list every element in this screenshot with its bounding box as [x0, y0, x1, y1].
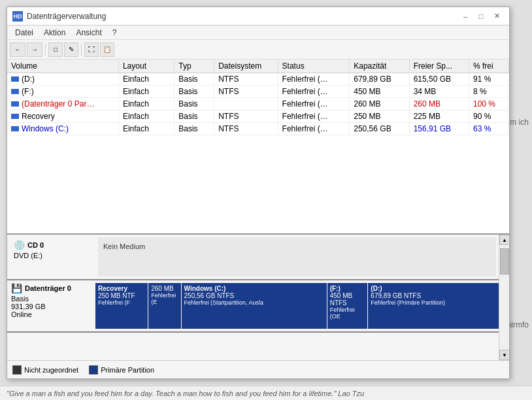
cell-kapazitaet-2: 260 MB [350, 98, 409, 110]
volume-name-3: Recovery [22, 112, 55, 121]
partition-4[interactable]: (D:) 679,89 GB NTFS Fehlerfrei (Primäre … [368, 283, 501, 329]
partitions-container: Recovery 250 MB NTF Fehlerfrei (F 260 MB… [95, 280, 499, 331]
legend-primary: Primäre Partition [89, 365, 154, 375]
cell-prozent-3: 90 % [469, 110, 509, 123]
cell-volume-0: (D:) [7, 73, 118, 86]
scroll-down-button[interactable]: ▼ [499, 350, 509, 360]
cell-dateisystem-0: NTFS [214, 73, 278, 86]
partition-3[interactable]: (F:) 450 MB NTFS Fehlerfrei (OE [327, 283, 368, 329]
col-typ[interactable]: Typ [175, 59, 214, 73]
cd-type: DVD (E:) [14, 252, 94, 259]
menu-datei[interactable]: Datei [10, 27, 39, 39]
cd-content: Kein Medium [98, 237, 496, 276]
cell-layout-1: Einfach [118, 86, 174, 98]
toolbar-separator-2 [81, 44, 82, 56]
cell-volume-2: (Datenträger 0 Par… [7, 98, 118, 110]
cell-status-0: Fehlerfrei (… [278, 73, 350, 86]
partition-size-4: 679,89 GB NTFS [371, 292, 499, 299]
legend-box-unassigned [12, 365, 22, 375]
cell-layout-3: Einfach [118, 110, 174, 123]
toolbar-btn-4[interactable]: ✎ [64, 42, 78, 57]
cd-label: 💿 CD 0 DVD (E:) [10, 237, 98, 276]
menu-help[interactable]: ? [107, 27, 122, 39]
cell-status-4: Fehlerfrei (… [278, 123, 350, 135]
partition-status-4: Fehlerfrei (Primäre Partition) [371, 299, 499, 306]
cell-layout-2: Einfach [118, 98, 174, 110]
maximize-button[interactable]: □ [474, 10, 488, 23]
partition-name-3: (F:) [330, 285, 365, 292]
cell-kapazitaet-4: 250,56 GB [350, 123, 409, 135]
disk-scroll-container[interactable]: 💿 CD 0 DVD (E:) Kein Medium [7, 235, 509, 378]
col-kapazitaet[interactable]: Kapazität [350, 59, 409, 73]
toolbar-btn-3[interactable]: □ [48, 42, 63, 57]
table-row[interactable]: (Datenträger 0 Par… Einfach Basis Fehler… [7, 98, 509, 110]
volume-icon-2 [11, 101, 19, 107]
cell-layout-4: Einfach [118, 123, 174, 135]
partition-status-0: Fehlerfrei (F [98, 299, 145, 306]
partition-2[interactable]: Windows (C:) 250,56 GB NTFS Fehlerfrei (… [182, 283, 327, 329]
toolbar-btn-6[interactable]: 📋 [100, 42, 114, 57]
datentraeger-title: 💾 Datenträger 0 [11, 283, 91, 293]
cell-typ-4: Basis [175, 123, 214, 135]
cell-typ-0: Basis [175, 73, 214, 86]
cd-section: 💿 CD 0 DVD (E:) Kein Medium [7, 235, 499, 280]
scroll-track[interactable] [499, 245, 509, 350]
cell-kapazitaet-1: 450 MB [350, 86, 409, 98]
cell-dateisystem-1: NTFS [214, 86, 278, 98]
partition-status-2: Fehlerfrei (Startpartition, Ausla [184, 299, 324, 306]
col-layout[interactable]: Layout [118, 59, 174, 73]
status-text: "Give a man a fish and you feed him for … [7, 390, 364, 397]
scroll-thumb[interactable] [500, 248, 509, 275]
toolbar: ← → □ ✎ ⛶ 📋 [7, 40, 509, 59]
volume-name-4: Windows (C:) [22, 124, 69, 133]
table-row[interactable]: Recovery Einfach Basis NTFS Fehlerfrei (… [7, 110, 509, 123]
table-row[interactable]: (D:) Einfach Basis NTFS Fehlerfrei (… 67… [7, 73, 509, 86]
menu-ansicht[interactable]: Ansicht [71, 27, 107, 39]
menu-bar: Datei Aktion Ansicht ? [7, 25, 509, 40]
cell-status-1: Fehlerfrei (… [278, 86, 350, 98]
forward-button[interactable]: → [27, 42, 42, 57]
disk-area: 💿 CD 0 DVD (E:) Kein Medium [7, 235, 509, 378]
cell-volume-4: Windows (C:) [7, 123, 118, 135]
minimize-button[interactable]: – [458, 10, 473, 23]
volume-table: Volume Layout Typ Dateisystem Status Kap… [7, 59, 509, 135]
cell-status-3: Fehlerfrei (… [278, 110, 350, 123]
partition-name-4: (D:) [371, 285, 499, 292]
col-freier-sp[interactable]: Freier Sp... [409, 59, 469, 73]
cell-typ-3: Basis [175, 110, 214, 123]
col-prozent[interactable]: % frei [469, 59, 509, 73]
datentraeger-icon: 💾 [11, 283, 22, 293]
scroll-up-button[interactable]: ▲ [499, 235, 509, 245]
col-dateisystem[interactable]: Dateisystem [214, 59, 278, 73]
cell-prozent-2: 100 % [469, 98, 509, 110]
toolbar-btn-5[interactable]: ⛶ [84, 42, 99, 57]
kein-medium-text: Kein Medium [101, 240, 148, 253]
table-row[interactable]: Windows (C:) Einfach Basis NTFS Fehlerfr… [7, 123, 509, 135]
cell-typ-1: Basis [175, 86, 214, 98]
col-status[interactable]: Status [278, 59, 350, 73]
datentraeger-section: 💾 Datenträger 0 Basis 931,39 GB Online R… [7, 280, 499, 333]
cd-icon: 💿 [14, 240, 25, 250]
partition-status-1: Fehlerfrei (E [151, 292, 178, 305]
partition-size-3: 450 MB NTFS [330, 292, 365, 307]
col-volume[interactable]: Volume [7, 59, 118, 73]
cell-prozent-1: 8 % [469, 86, 509, 98]
cell-prozent-4: 63 % [469, 123, 509, 135]
close-button[interactable]: ✕ [490, 10, 504, 23]
menu-aktion[interactable]: Aktion [39, 27, 71, 39]
datentraeger-name: Datenträger 0 [25, 284, 71, 292]
cell-freier-sp-2: 260 MB [409, 98, 469, 110]
table-row[interactable]: (F:) Einfach Basis NTFS Fehlerfrei (… 45… [7, 86, 509, 98]
cell-dateisystem-4: NTFS [214, 123, 278, 135]
partition-0[interactable]: Recovery 250 MB NTF Fehlerfrei (F [95, 283, 148, 329]
cell-prozent-0: 91 % [469, 73, 509, 86]
cell-status-2: Fehlerfrei (… [278, 98, 350, 110]
main-window: HD Datenträgerverwaltung – □ ✕ Datei Akt… [7, 7, 510, 379]
back-button[interactable]: ← [10, 42, 25, 57]
partition-1[interactable]: 260 MB Fehlerfrei (E [148, 283, 180, 329]
volume-name-0: (D:) [22, 75, 35, 84]
window-controls: – □ ✕ [458, 10, 504, 23]
table-header-row: Volume Layout Typ Dateisystem Status Kap… [7, 59, 509, 73]
cell-layout-0: Einfach [118, 73, 174, 86]
legend-label-unassigned: Nicht zugeordnet [24, 366, 78, 374]
